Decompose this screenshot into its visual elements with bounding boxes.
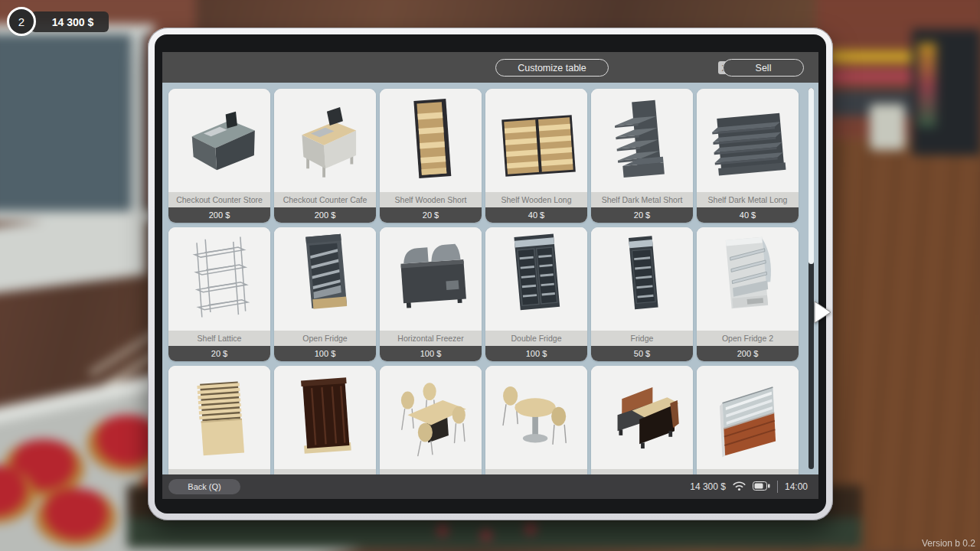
shop-item-card[interactable]: Shelf Dark Metal Short20 $ <box>591 89 693 223</box>
item-name: Fridge <box>591 331 693 346</box>
item-price: 100 $ <box>380 346 482 361</box>
item-price: 100 $ <box>485 346 587 361</box>
scrollbar[interactable] <box>808 88 814 469</box>
item-price: 40 $ <box>485 207 587 223</box>
item-price: 100 $ <box>274 346 376 361</box>
shop-item-card[interactable]: Open Fridge 2200 $ <box>697 227 799 361</box>
tablet-screen: Customize table X Sell Checkout Counter … <box>162 52 818 499</box>
item-price: 40 $ <box>697 207 799 223</box>
customize-table-button[interactable]: Customize table <box>495 59 609 77</box>
back-button[interactable]: Back (Q) <box>168 479 240 494</box>
status-time: 14:00 <box>785 481 808 492</box>
shop-item-card[interactable]: Shelf Wooden Long40 $ <box>485 89 587 223</box>
shelf-wooden-short-icon <box>380 89 482 192</box>
item-name: Checkout Counter Store <box>168 192 270 207</box>
shop-item-card[interactable]: Horizontal Freezer100 $ <box>380 227 482 361</box>
status-bar: Back (Q) 14 300 $ <box>162 474 818 499</box>
shop-top-bar: Customize table X Sell <box>162 52 818 83</box>
item-name <box>380 469 482 474</box>
shelf-wooden-long-icon <box>485 89 587 192</box>
status-right-group: 14 300 $ <box>690 474 808 499</box>
item-name <box>485 469 587 474</box>
item-price: 200 $ <box>168 207 270 223</box>
item-name: Shelf Wooden Long <box>485 192 587 207</box>
bg-shape <box>437 525 448 536</box>
shop-item-card[interactable]: Checkout Counter Store200 $ <box>168 89 270 223</box>
item-name: Shelf Dark Metal Short <box>591 192 693 207</box>
cafe-table-set-icon <box>485 366 587 469</box>
tablet-device: Customize table X Sell Checkout Counter … <box>148 28 833 520</box>
item-name: Open Fridge 2 <box>697 331 799 346</box>
sell-button[interactable]: Sell <box>723 59 804 77</box>
money-counter: 14 300 $ <box>31 11 109 32</box>
bg-shape <box>828 51 923 63</box>
divider <box>777 481 778 493</box>
fridge-icon <box>591 227 693 331</box>
shop-item-card[interactable]: Shelf Wooden Short20 $ <box>380 89 482 223</box>
item-name <box>591 469 693 474</box>
bg-shape <box>828 70 923 83</box>
shop-item-card[interactable] <box>274 366 376 474</box>
battery-icon <box>753 481 770 493</box>
double-fridge-icon <box>485 227 587 331</box>
bg-shape <box>0 32 146 216</box>
scrollbar-thumb[interactable] <box>808 88 814 264</box>
checkout-counter-store-icon <box>168 89 270 192</box>
item-name <box>697 469 799 474</box>
bg-shape <box>525 523 536 534</box>
wifi-icon <box>733 481 746 494</box>
item-price: 200 $ <box>274 207 376 223</box>
checkout-counter-cafe-icon <box>274 89 376 192</box>
shop-item-card[interactable] <box>591 366 693 474</box>
bg-shape <box>132 24 142 220</box>
shop-item-card[interactable]: Fridge50 $ <box>591 227 693 361</box>
item-name: Shelf Lattice <box>168 331 270 346</box>
item-price: 50 $ <box>591 346 693 361</box>
shop-item-card[interactable] <box>697 366 799 474</box>
shop-item-card[interactable]: Open Fridge100 $ <box>274 227 376 361</box>
item-name <box>168 469 270 474</box>
shop-grid-area: Checkout Counter Store200 $Checkout Coun… <box>162 83 818 474</box>
item-price: 200 $ <box>697 346 799 361</box>
pastry-display-counter-icon <box>697 366 799 469</box>
level-badge: 2 <box>7 7 36 36</box>
item-name: Open Fridge <box>274 331 376 346</box>
item-name: Double Fridge <box>485 331 587 346</box>
shop-item-card[interactable]: Shelf Dark Metal Long40 $ <box>697 89 799 223</box>
booth-seating-set-icon <box>591 366 693 469</box>
bg-shape <box>127 517 862 548</box>
bg-shape <box>481 530 492 540</box>
bg-shape <box>918 43 936 127</box>
item-name <box>274 469 376 474</box>
dark-wood-divider-icon <box>274 366 376 469</box>
item-price: 20 $ <box>168 346 270 361</box>
dining-table-set-icon <box>380 366 482 469</box>
bg-shape <box>870 104 905 150</box>
shop-item-card[interactable]: Checkout Counter Cafe200 $ <box>274 89 376 223</box>
shop-item-card[interactable] <box>168 366 270 474</box>
item-price: 20 $ <box>591 207 693 223</box>
shop-item-card[interactable] <box>380 366 482 474</box>
wooden-slat-panel-icon <box>168 366 270 469</box>
shop-item-card[interactable] <box>485 366 587 474</box>
open-fridge-2-icon <box>697 227 799 331</box>
shelf-dark-metal-short-icon <box>591 89 693 192</box>
bg-tart <box>35 488 116 546</box>
open-fridge-icon <box>274 227 376 331</box>
shelf-dark-metal-long-icon <box>697 89 799 192</box>
item-name: Shelf Dark Metal Long <box>697 192 799 207</box>
item-name: Shelf Wooden Short <box>380 192 482 207</box>
item-price: 20 $ <box>380 207 482 223</box>
shelf-lattice-icon <box>168 227 270 331</box>
version-label: Version b 0.2 <box>922 538 975 549</box>
game-screen: 14 300 $ 2 Version b 0.2 Customize table… <box>0 0 980 551</box>
item-name: Horizontal Freezer <box>380 331 482 346</box>
shop-item-card[interactable]: Shelf Lattice20 $ <box>168 227 270 361</box>
shop-item-card[interactable]: Double Fridge100 $ <box>485 227 587 361</box>
item-grid: Checkout Counter Store200 $Checkout Coun… <box>168 89 806 474</box>
status-money: 14 300 $ <box>690 481 726 492</box>
item-name: Checkout Counter Cafe <box>274 192 376 207</box>
horizontal-freezer-icon <box>380 227 482 331</box>
